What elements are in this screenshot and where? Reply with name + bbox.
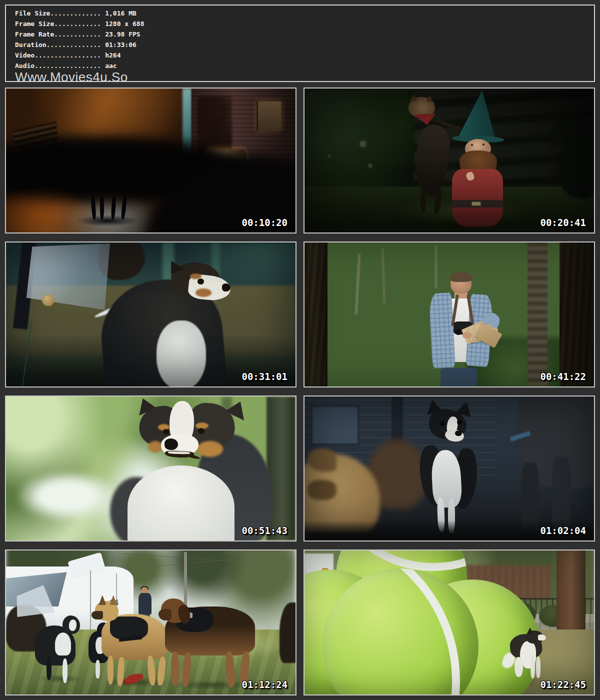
timestamp: 01:22:45 <box>540 679 586 690</box>
info-label: Duration <box>15 41 46 48</box>
border-collie-leg <box>46 657 52 680</box>
officer-uniform <box>138 593 151 614</box>
screenshot-thumb-4: 00:41:22 <box>304 242 595 388</box>
info-value: aac <box>105 62 116 70</box>
info-value: 1,016 MB <box>105 10 136 17</box>
info-dots: ............ <box>54 30 101 38</box>
timestamp: 00:51:43 <box>242 525 288 536</box>
info-row-duration: Duration..............01:33:06 <box>15 40 594 50</box>
bloodhound-leg <box>171 652 179 686</box>
screenshot-sheet: File Size.............1,016 MB Frame Siz… <box>0 0 600 700</box>
orange-glow <box>5 186 93 234</box>
info-label: Audio <box>15 62 34 70</box>
screenshot-thumb-1: 00:10:20 <box>5 88 296 234</box>
timestamp: 00:31:01 <box>242 371 288 382</box>
vignette <box>304 88 594 232</box>
info-row-file-size: File Size.............1,016 MB <box>15 8 594 18</box>
vignette <box>6 242 296 386</box>
shepherd-harness <box>110 616 148 640</box>
info-row-video: Video.................h264 <box>15 50 594 60</box>
electrical-box <box>256 102 281 130</box>
aussie-nose <box>164 438 178 450</box>
info-value: h264 <box>105 52 120 59</box>
info-dots: ................. <box>34 52 101 59</box>
dog-shadow <box>38 674 84 683</box>
info-row-frame-size: Frame Size............1280 x 688 <box>15 18 594 29</box>
screenshot-thumb-3: 00:31:01 <box>5 242 296 388</box>
info-dots: .............. <box>46 41 102 48</box>
bloodhound-muzzle <box>158 609 172 620</box>
screenshot-thumb-6: 01:02:04 <box>304 396 595 542</box>
info-value: 1280 x 688 <box>105 20 144 28</box>
media-info-panel: File Size.............1,016 MB Frame Siz… <box>5 4 595 82</box>
shepherd-muzzle <box>92 611 103 620</box>
timestamp: 00:41:22 <box>540 371 586 382</box>
screenshot-grid: 00:10:20 <box>5 88 595 696</box>
info-dots: ............ <box>54 20 101 28</box>
info-label: File Size <box>15 10 50 17</box>
screenshot-thumb-2: 00:20:41 <box>304 88 595 234</box>
screenshot-thumb-8: 01:22:45 <box>304 550 595 696</box>
screenshot-thumb-5: 00:51:43 <box>5 396 296 542</box>
info-dots: ............. <box>50 10 101 17</box>
vignette <box>304 550 594 694</box>
border-collie-chest <box>55 632 71 656</box>
timestamp: 00:20:41 <box>540 217 586 228</box>
shepherd-leg <box>108 656 114 684</box>
border-collie-leg <box>62 658 68 683</box>
site-watermark: Www.Movies4u.So <box>15 72 594 82</box>
info-value: 01:33:06 <box>105 41 136 48</box>
info-row-frame-rate: Frame Rate............23.98 FPS <box>15 29 594 40</box>
info-value: 23.98 FPS <box>105 30 140 38</box>
info-label: Frame Size <box>15 20 54 28</box>
aussie-tan-cheek <box>148 441 162 452</box>
info-label: Video <box>15 52 34 59</box>
timestamp: 01:12:24 <box>242 679 288 690</box>
info-label: Frame Rate <box>15 30 54 38</box>
aussie-eye <box>198 428 204 434</box>
vignette <box>304 242 594 386</box>
timestamp: 01:02:04 <box>540 525 586 536</box>
screenshot-thumb-7: 14 <box>5 550 296 696</box>
aussie-tan-cheek <box>197 441 223 457</box>
timestamp: 00:10:20 <box>242 217 288 228</box>
info-dots: ................. <box>34 62 101 70</box>
vignette <box>304 396 594 540</box>
bright-sky-patch <box>18 472 116 520</box>
boston-terrier-leg <box>96 660 100 678</box>
